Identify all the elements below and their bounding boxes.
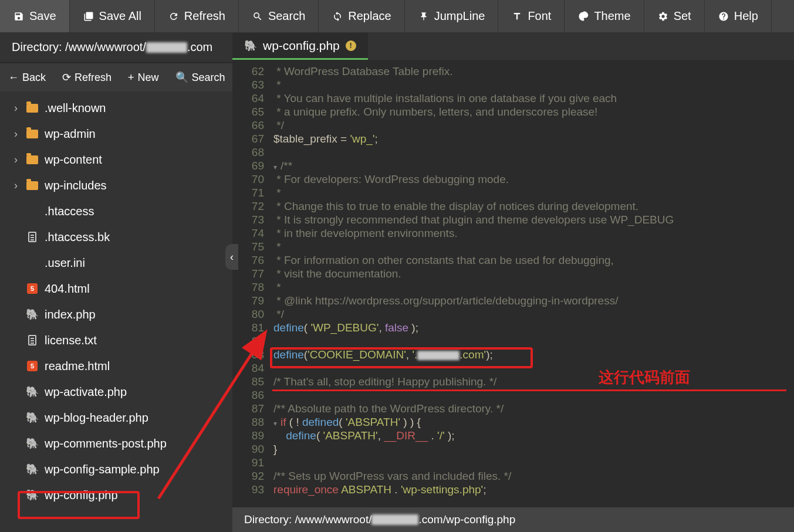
php-icon: 🐘	[244, 39, 257, 52]
code-line-78[interactable]: *	[273, 280, 794, 294]
code-editor[interactable]: 6263646566676869707172737475767778798081…	[232, 60, 794, 507]
side-refresh-button[interactable]: ⟳Refresh	[54, 63, 120, 92]
code-line-77[interactable]: * visit the documentation.	[273, 267, 794, 280]
tab-wp-config[interactable]: 🐘 wp-config.php !	[232, 33, 368, 60]
help-button[interactable]: Help	[705, 0, 772, 32]
folder-icon	[26, 127, 39, 140]
tree-item-wp-comments-post-php[interactable]: 🐘wp-comments-post.php	[0, 431, 232, 456]
php-icon: 🐘	[26, 463, 39, 476]
refresh-button[interactable]: Refresh	[155, 0, 239, 32]
code-line-75[interactable]: *	[273, 240, 794, 253]
tree-item-wp-content[interactable]: ›wp-content	[0, 147, 232, 172]
code-line-87[interactable]: /** Absolute path to the WordPress direc…	[273, 402, 794, 415]
status-dir-suffix: .com/wp-config.php	[418, 513, 515, 526]
search-label: Search	[268, 9, 305, 23]
editor-panel: ‹ 🐘 wp-config.php ! 62636465666768697071…	[232, 33, 794, 532]
sidebar-toolbar: ←Back ⟳Refresh +New 🔍Search	[0, 63, 232, 92]
tree-item-wp-blog-header-php[interactable]: 🐘wp-blog-header.php	[0, 405, 232, 431]
back-button[interactable]: ←Back	[0, 63, 54, 92]
code-line-63[interactable]: *	[273, 78, 794, 92]
font-button[interactable]: Font	[498, 0, 565, 32]
tree-item-wp-admin[interactable]: ›wp-admin	[0, 121, 232, 147]
tree-item-label: wp-config.php	[45, 489, 118, 502]
code-line-89[interactable]: define( 'ABSPATH', __DIR__ . '/' );	[273, 429, 794, 442]
pin-icon	[418, 11, 430, 22]
code-line-74[interactable]: * in their development environments.	[273, 226, 794, 240]
set-button[interactable]: Set	[644, 0, 705, 32]
code-line-70[interactable]: * For developers: WordPress debugging mo…	[273, 172, 794, 186]
code-line-67[interactable]: $table_prefix = 'wp_';	[273, 132, 794, 145]
dir-suffix: .com	[187, 40, 212, 54]
tree-item--user-ini[interactable]: .user.ini	[0, 250, 232, 276]
tree-item-label: .well-known	[45, 101, 106, 115]
save-icon	[13, 11, 25, 22]
text-file-icon	[26, 334, 39, 347]
jumpline-button[interactable]: JumpLine	[405, 0, 499, 32]
code-line-81[interactable]: define( 'WP_DEBUG', false );	[273, 321, 794, 334]
tree-item--htaccess[interactable]: .htaccess	[0, 198, 232, 224]
chevron-right-icon: ›	[12, 128, 20, 140]
jumpline-label: JumpLine	[434, 9, 485, 23]
tree-item--htaccess-bk[interactable]: .htaccess.bk	[0, 224, 232, 250]
collapse-handle[interactable]: ‹	[225, 244, 238, 270]
tree-item-wp-config-sample-php[interactable]: 🐘wp-config-sample.php	[0, 456, 232, 482]
file-tree[interactable]: ›.well-known›wp-admin›wp-content›wp-incl…	[0, 92, 232, 532]
new-button[interactable]: +New	[120, 63, 167, 92]
code-line-93[interactable]: require_once ABSPATH . 'wp-settings.php'…	[273, 483, 794, 496]
code-line-92[interactable]: /** Sets up WordPress vars and included …	[273, 469, 794, 483]
replace-button[interactable]: Replace	[319, 0, 404, 32]
tree-item-readme-html[interactable]: 5readme.html	[0, 353, 232, 379]
tree-item-label: wp-blog-header.php	[45, 411, 148, 425]
search-button[interactable]: Search	[239, 0, 319, 32]
tree-item-index-php[interactable]: 🐘index.php	[0, 301, 232, 327]
code-line-68[interactable]	[273, 145, 794, 159]
code-line-85[interactable]: /* That's all, stop editing! Happy publi…	[273, 375, 794, 388]
folder-icon	[26, 101, 39, 114]
code-line-76[interactable]: * For information on other constants tha…	[273, 253, 794, 267]
code-line-83[interactable]: define('COOKIE_DOMAIN', '.xxxxx.com');	[273, 348, 794, 361]
font-icon	[511, 11, 523, 22]
code-line-73[interactable]: * It is strongly recommended that plugin…	[273, 213, 794, 226]
code-line-62[interactable]: * WordPress Database Table prefix.	[273, 65, 794, 78]
theme-icon	[577, 11, 589, 22]
code-line-91[interactable]	[273, 456, 794, 469]
save-button[interactable]: Save	[0, 0, 70, 32]
code-line-79[interactable]: * @link https://wordpress.org/support/ar…	[273, 294, 794, 307]
php-icon: 🐘	[26, 437, 39, 450]
tree-item-wp-config-php[interactable]: 🐘wp-config.php	[0, 482, 232, 508]
plus-icon: +	[128, 72, 134, 84]
replace-icon	[332, 11, 343, 22]
theme-label: Theme	[594, 9, 630, 23]
code-line-88[interactable]: ▾if ( ! defined( 'ABSPATH' ) ) {	[273, 415, 794, 429]
code-line-64[interactable]: * You can have multiple installations in…	[273, 92, 794, 105]
tree-item-wp-includes[interactable]: ›wp-includes	[0, 172, 232, 198]
side-search-button[interactable]: 🔍Search	[167, 63, 234, 92]
save-all-button[interactable]: Save All	[70, 0, 155, 32]
code-line-66[interactable]: */	[273, 118, 794, 132]
tree-item--well-known[interactable]: ›.well-known	[0, 95, 232, 121]
theme-button[interactable]: Theme	[565, 0, 644, 32]
code-line-90[interactable]: }	[273, 442, 794, 456]
code-line-72[interactable]: * Change this to true to enable the disp…	[273, 199, 794, 213]
chevron-right-icon: ›	[12, 179, 20, 192]
tree-item-label: index.php	[45, 308, 96, 321]
code-line-82[interactable]	[273, 334, 794, 348]
code-line-80[interactable]: */	[273, 307, 794, 321]
code-line-84[interactable]	[273, 361, 794, 375]
code-content[interactable]: * WordPress Database Table prefix. * * Y…	[270, 60, 794, 507]
folder-icon	[26, 153, 39, 166]
code-line-86[interactable]	[273, 388, 794, 402]
status-bar: Directory: /www/wwwroot/xxx.com/wp-confi…	[232, 507, 794, 532]
refresh-label: Refresh	[184, 9, 225, 23]
tree-item-license-txt[interactable]: license.txt	[0, 327, 232, 353]
code-line-65[interactable]: * a unique prefix. Only numbers, letters…	[273, 105, 794, 118]
tree-item-404-html[interactable]: 5404.html	[0, 276, 232, 301]
tree-item-wp-activate-php[interactable]: 🐘wp-activate.php	[0, 379, 232, 405]
chevron-right-icon: ›	[12, 102, 20, 114]
code-line-69[interactable]: ▾/**	[273, 159, 794, 172]
folder-icon	[26, 179, 39, 192]
code-line-71[interactable]: *	[273, 186, 794, 199]
font-label: Font	[528, 9, 551, 23]
file-icon	[26, 205, 39, 218]
set-label: Set	[674, 9, 691, 23]
